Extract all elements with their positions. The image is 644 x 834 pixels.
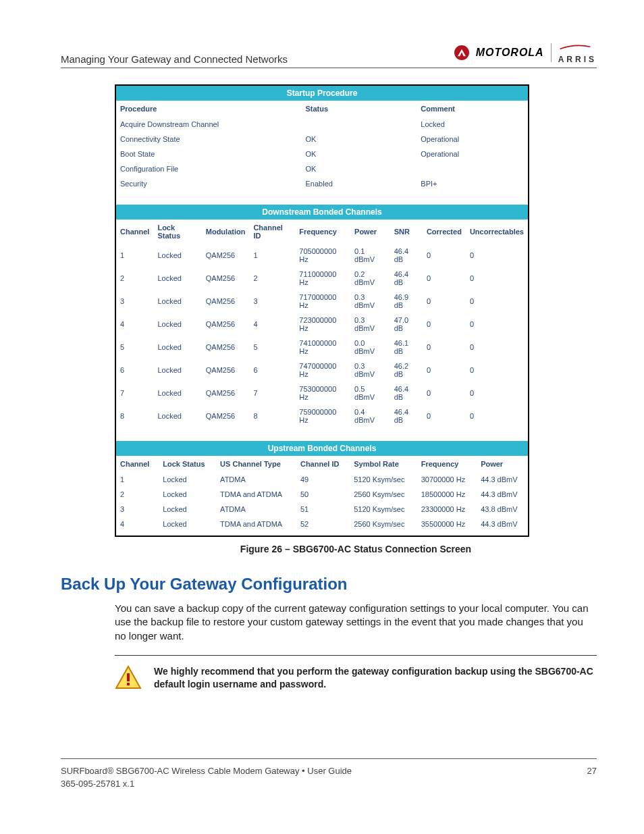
downstream-cell: 8	[249, 405, 295, 427]
downstream-cell: Locked	[153, 336, 201, 359]
upstream-col-header: US Channel Type	[216, 456, 296, 472]
downstream-cell: 1	[249, 244, 295, 267]
downstream-cell: Locked	[153, 244, 201, 267]
downstream-cell: 0	[423, 290, 466, 313]
upstream-cell: 49	[296, 472, 350, 487]
upstream-title: Upstream Bonded Channels	[116, 441, 528, 456]
startup-cell: Configuration File	[116, 161, 302, 176]
startup-row: Boot StateOKOperational	[116, 147, 528, 161]
upstream-cell: 43.8 dBmV	[477, 502, 528, 517]
upstream-cell: 30700000 Hz	[417, 472, 477, 487]
upstream-cell: ATDMA	[216, 472, 296, 487]
svg-rect-1	[127, 673, 130, 681]
startup-cell: Acquire Downstream Channel	[116, 117, 302, 132]
downstream-cell: 46.4 dB	[390, 244, 423, 267]
figure-caption: Figure 26 – SBG6700-AC Status Connection…	[115, 544, 597, 554]
downstream-cell: QAM256	[202, 244, 250, 267]
downstream-cell: 5	[249, 336, 295, 359]
upstream-row: 1LockedATDMA495120 Ksym/sec30700000 Hz44…	[116, 472, 528, 487]
startup-title: Startup Procedure	[116, 86, 528, 101]
downstream-table: ChannelLock StatusModulationChannel IDFr…	[116, 219, 528, 427]
backup-heading: Back Up Your Gateway Configuration	[61, 575, 597, 594]
upstream-col-header: Channel	[116, 456, 159, 472]
upstream-cell: Locked	[159, 502, 216, 517]
downstream-row: 8LockedQAM2568759000000 Hz0.4 dBmV46.4 d…	[116, 405, 528, 427]
startup-cell: OK	[302, 132, 417, 147]
upstream-cell: TDMA and ATDMA	[216, 487, 296, 502]
motorola-wordmark: MOTOROLA	[476, 47, 544, 59]
downstream-cell: 5	[116, 336, 153, 359]
startup-cell	[302, 117, 417, 132]
downstream-cell: Locked	[153, 359, 201, 382]
upstream-cell: 2560 Ksym/sec	[350, 517, 417, 531]
upstream-col-header: Lock Status	[159, 456, 216, 472]
downstream-cell: QAM256	[202, 336, 250, 359]
downstream-cell: 747000000 Hz	[295, 359, 350, 382]
downstream-row: 5LockedQAM2565741000000 Hz0.0 dBmV46.1 d…	[116, 336, 528, 359]
downstream-cell: 0.3 dBmV	[350, 359, 390, 382]
downstream-row: 4LockedQAM2564723000000 Hz0.3 dBmV47.0 d…	[116, 313, 528, 336]
downstream-cell: 0	[466, 382, 528, 405]
downstream-col-header: Modulation	[202, 219, 250, 244]
downstream-cell: 3	[249, 290, 295, 313]
downstream-cell: Locked	[153, 290, 201, 313]
downstream-cell: 6	[116, 359, 153, 382]
downstream-row: 7LockedQAM2567753000000 Hz0.5 dBmV46.4 d…	[116, 382, 528, 405]
startup-table: ProcedureStatusComment Acquire Downstrea…	[116, 101, 528, 191]
downstream-cell: 0	[423, 405, 466, 427]
downstream-cell: 0	[466, 405, 528, 427]
brand-divider	[551, 43, 552, 62]
downstream-cell: 0.3 dBmV	[350, 290, 390, 313]
downstream-cell: Locked	[153, 267, 201, 290]
downstream-cell: 0	[466, 290, 528, 313]
upstream-table: ChannelLock StatusUS Channel TypeChannel…	[116, 456, 528, 531]
brand-block: MOTOROLA ARRIS	[454, 41, 597, 65]
downstream-row: 3LockedQAM2563717000000 Hz0.3 dBmV46.9 d…	[116, 290, 528, 313]
downstream-cell: 0.5 dBmV	[350, 382, 390, 405]
downstream-cell: 7	[249, 382, 295, 405]
downstream-cell: 6	[249, 359, 295, 382]
downstream-cell: 0	[466, 267, 528, 290]
startup-cell: BPI+	[417, 176, 528, 191]
downstream-cell: 759000000 Hz	[295, 405, 350, 427]
status-connection-screenshot: Startup Procedure ProcedureStatusComment…	[115, 84, 529, 537]
downstream-cell: 0.4 dBmV	[350, 405, 390, 427]
downstream-cell: 0	[423, 336, 466, 359]
downstream-cell: 2	[249, 267, 295, 290]
downstream-cell: 0	[466, 244, 528, 267]
upstream-cell: 4	[116, 517, 159, 531]
upstream-cell: 51	[296, 502, 350, 517]
downstream-cell: 7	[116, 382, 153, 405]
upstream-cell: Locked	[159, 472, 216, 487]
startup-cell: Operational	[417, 132, 528, 147]
startup-cell: Security	[116, 176, 302, 191]
downstream-cell: 723000000 Hz	[295, 313, 350, 336]
section-title: Managing Your Gateway and Connected Netw…	[61, 53, 288, 65]
downstream-cell: QAM256	[202, 405, 250, 427]
downstream-cell: QAM256	[202, 359, 250, 382]
downstream-col-header: Corrected	[423, 219, 466, 244]
downstream-col-header: SNR	[390, 219, 423, 244]
footer-product-line: SURFboard® SBG6700-AC Wireless Cable Mod…	[61, 766, 352, 776]
downstream-cell: 8	[116, 405, 153, 427]
downstream-cell: 0	[466, 313, 528, 336]
upstream-row: 2LockedTDMA and ATDMA502560 Ksym/sec1850…	[116, 487, 528, 502]
startup-cell: Locked	[417, 117, 528, 132]
upstream-cell: 3	[116, 502, 159, 517]
upstream-cell: Locked	[159, 487, 216, 502]
downstream-cell: 47.0 dB	[390, 313, 423, 336]
upstream-cell: 1	[116, 472, 159, 487]
upstream-cell: 44.3 dBmV	[477, 472, 528, 487]
upstream-row: 3LockedATDMA515120 Ksym/sec23300000 Hz43…	[116, 502, 528, 517]
downstream-cell: Locked	[153, 405, 201, 427]
svg-rect-2	[127, 683, 130, 685]
arris-wordmark: ARRIS	[558, 55, 597, 64]
upstream-cell: 44.3 dBmV	[477, 487, 528, 502]
downstream-cell: 0.3 dBmV	[350, 313, 390, 336]
upstream-cell: TDMA and ATDMA	[216, 517, 296, 531]
upstream-col-header: Frequency	[417, 456, 477, 472]
downstream-cell: QAM256	[202, 267, 250, 290]
downstream-cell: 2	[116, 267, 153, 290]
footer-docnum: 365-095-25781 x.1	[61, 779, 352, 789]
downstream-cell: 753000000 Hz	[295, 382, 350, 405]
